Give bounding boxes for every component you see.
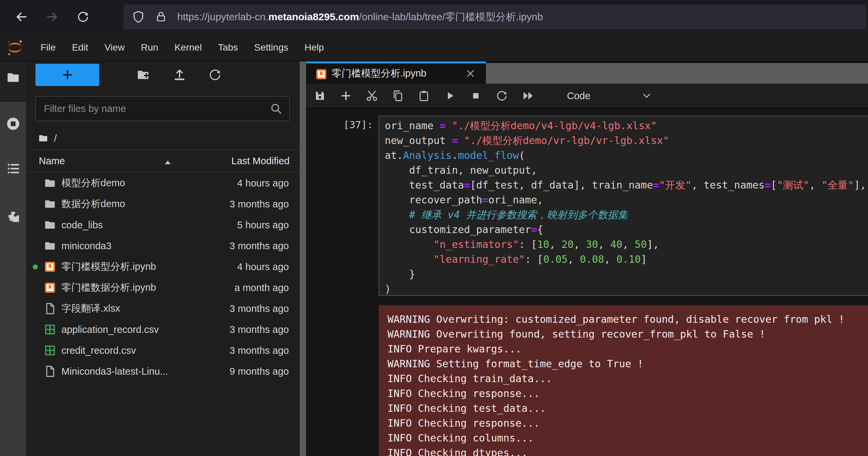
file-icon — [44, 365, 56, 378]
lock-icon[interactable] — [155, 11, 167, 23]
output-log-line: WARNING Overwriting: customized_paramete… — [387, 312, 868, 327]
dock-tab-bar: 零门槛模型分析.ipynb — [306, 61, 868, 84]
jupyter-logo-icon — [6, 39, 24, 56]
menu-item-edit[interactable]: Edit — [64, 34, 96, 61]
folder-icon — [44, 177, 56, 190]
output-log-line: INFO Checking response... — [387, 416, 868, 431]
upload-icon — [172, 68, 187, 82]
running-kernel-dot — [33, 264, 44, 269]
cell-type-value: Code — [567, 90, 590, 102]
chevron-down-icon — [641, 90, 652, 102]
code-line: customized_parameter={ — [385, 222, 868, 237]
column-header-name[interactable]: Name — [26, 155, 65, 167]
code-cell-editor[interactable]: ori_name = "./模型分析demo/v4-lgb/v4-lgb.xls… — [379, 116, 868, 296]
code-line: "n_estimators": [10, 20, 30, 40, 50], — [385, 237, 868, 252]
file-row[interactable]: 模型分析demo4 hours ago — [26, 173, 300, 194]
menu-item-settings[interactable]: Settings — [246, 34, 296, 61]
home-folder-icon — [38, 133, 49, 144]
file-name: application_record.csv — [61, 324, 229, 335]
run-button[interactable] — [442, 87, 458, 105]
file-name: miniconda3 — [61, 240, 229, 252]
file-row[interactable]: 字段翻译.xlsx3 months ago — [26, 298, 300, 319]
browser-forward-button[interactable] — [43, 7, 61, 26]
url-bar[interactable]: https://jupyterlab-cn.metanoia8295.com/o… — [123, 4, 867, 29]
sidebar-scrollbar[interactable] — [300, 61, 306, 456]
refresh-button[interactable] — [207, 67, 223, 83]
code-line: # 继承 v4 并进行参数搜索，映射到多个数据集 — [385, 207, 868, 222]
file-name: 数据分析demo — [61, 197, 229, 211]
cell-type-dropdown[interactable]: Code — [567, 90, 652, 102]
save-button[interactable] — [312, 87, 328, 105]
menu-item-kernel[interactable]: Kernel — [166, 34, 210, 61]
file-row[interactable]: Miniconda3-latest-Linu...9 months ago — [26, 361, 300, 382]
menu-item-file[interactable]: File — [32, 34, 64, 61]
notebook-tab[interactable]: 零门槛模型分析.ipynb — [306, 61, 486, 84]
stop-button[interactable] — [468, 87, 484, 105]
file-row[interactable]: 数据分析demo3 months ago — [26, 194, 300, 215]
code-line: "learning_rate": [0.05, 0.08, 0.10] — [385, 252, 868, 267]
toolbar-buttons — [312, 87, 546, 105]
activity-tab-puzzle-icon[interactable] — [0, 207, 26, 227]
file-modified: 3 months ago — [229, 345, 300, 356]
new-launcher-button[interactable] — [35, 64, 99, 86]
file-list-header: Name Last Modified — [26, 150, 300, 172]
breadcrumb[interactable]: / — [38, 131, 57, 146]
close-tab-icon[interactable] — [464, 67, 477, 80]
file-name: 字段翻译.xlsx — [61, 302, 229, 315]
code-line: ) — [385, 282, 868, 296]
add-button[interactable] — [338, 87, 354, 105]
sort-ascending-icon[interactable] — [163, 158, 173, 168]
file-row[interactable]: 零门槛数据分析.ipynba month ago — [26, 277, 300, 298]
menu-item-run[interactable]: Run — [133, 34, 166, 61]
notebook-icon — [44, 281, 56, 294]
file-name: 零门槛模型分析.ipynb — [61, 260, 237, 274]
tab-bar-empty-area — [486, 63, 868, 84]
column-header-modified[interactable]: Last Modified — [232, 155, 300, 167]
file-modified: 3 months ago — [229, 199, 300, 210]
file-row[interactable]: application_record.csv3 months ago — [26, 319, 300, 340]
activity-tab-running-icon[interactable] — [0, 114, 26, 134]
new-folder-button[interactable] — [135, 67, 151, 83]
output-log-line: INFO Checking train_data... — [387, 371, 868, 386]
paste-button[interactable] — [416, 87, 432, 105]
restart-button[interactable] — [494, 87, 510, 105]
file-name: 模型分析demo — [61, 176, 237, 190]
activity-bar — [0, 61, 26, 456]
upload-button[interactable] — [171, 67, 188, 83]
filter-files-box — [35, 96, 290, 121]
browser-back-button[interactable] — [12, 7, 31, 26]
file-row[interactable]: miniconda33 months ago — [26, 235, 300, 256]
code-line: new_output = "./模型分析demo/vr-lgb/vr-lgb.x… — [385, 133, 868, 148]
csv-icon — [44, 323, 56, 336]
filter-files-input[interactable] — [35, 96, 290, 121]
folder-icon — [44, 198, 56, 210]
fast-forward-button[interactable] — [520, 87, 536, 105]
activity-tab-toc-icon[interactable] — [0, 159, 26, 179]
breadcrumb-root: / — [54, 133, 57, 144]
output-log-line: INFO Checking response... — [387, 386, 868, 401]
menu-item-tabs[interactable]: Tabs — [210, 34, 246, 61]
folder-icon — [44, 219, 56, 231]
file-name: code_libs — [61, 220, 237, 231]
menu-items: FileEditViewRunKernelTabsSettingsHelp — [32, 34, 332, 61]
notebook-icon — [315, 68, 326, 79]
folder-icon — [44, 239, 56, 252]
file-row[interactable]: code_libs5 hours ago — [26, 215, 300, 235]
cell-stderr-output: WARNING Overwriting: customized_paramete… — [379, 305, 868, 456]
file-row[interactable]: credit_record.csv3 months ago — [26, 340, 300, 361]
file-name: 零门槛数据分析.ipynb — [61, 281, 235, 294]
shield-icon[interactable] — [132, 10, 145, 23]
browser-reload-button[interactable] — [74, 7, 92, 26]
activity-tab-folder-icon[interactable] — [0, 67, 26, 88]
copy-button[interactable] — [390, 87, 406, 105]
output-log-line: INFO Checking columns... — [387, 431, 868, 446]
file-modified: 9 months ago — [229, 366, 300, 377]
code-line: } — [385, 267, 868, 282]
file-row[interactable]: 零门槛模型分析.ipynb4 hours ago — [26, 256, 300, 277]
output-log-line: INFO Prepare kwargs... — [387, 342, 868, 357]
cut-button[interactable] — [364, 87, 380, 105]
code-line: recover_path=ori_name, — [385, 193, 868, 207]
search-icon — [269, 102, 283, 115]
menu-item-help[interactable]: Help — [296, 34, 332, 61]
menu-item-view[interactable]: View — [96, 34, 133, 61]
